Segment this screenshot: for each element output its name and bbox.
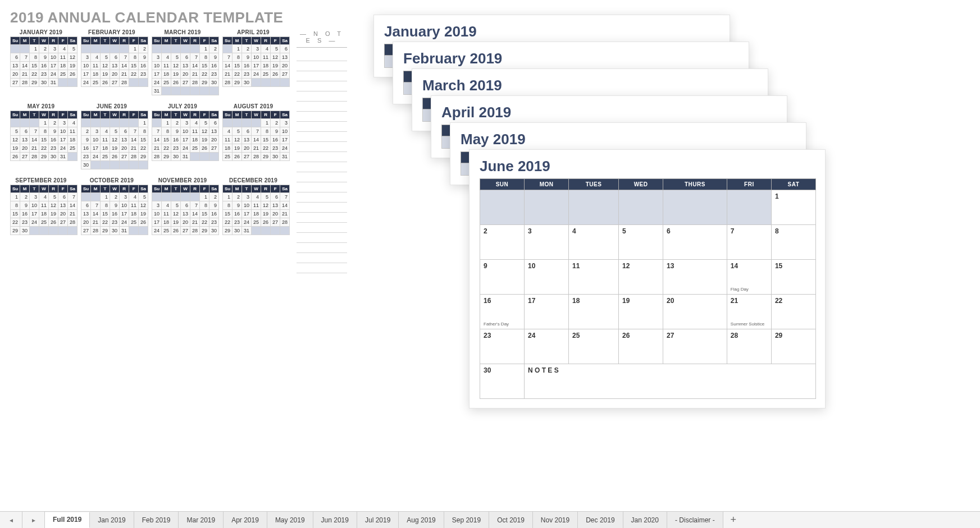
day-cell[interactable]: 7 — [727, 225, 771, 260]
sheet-tab[interactable]: Aug 2019 — [399, 512, 444, 528]
day-cell[interactable]: 22 — [771, 295, 815, 329]
day-cell[interactable] — [619, 190, 663, 225]
sheet-tab[interactable]: Full 2019 — [45, 512, 90, 528]
month-sheet-title: May 2019 — [461, 131, 797, 148]
day-cell[interactable]: 29 — [771, 329, 815, 364]
mini-day-cell: 28 — [190, 79, 200, 87]
notes-line[interactable] — [297, 172, 347, 182]
sheet-tab[interactable]: Nov 2019 — [533, 512, 578, 528]
sheet-tab[interactable]: Jun 2019 — [313, 512, 357, 528]
day-cell[interactable]: 18 — [569, 295, 619, 329]
day-cell[interactable]: 19 — [619, 295, 663, 329]
day-cell[interactable]: 11 — [569, 260, 619, 295]
mini-day-header: M — [20, 185, 30, 193]
notes-line[interactable] — [297, 192, 347, 203]
day-cell[interactable]: 26 — [619, 329, 663, 364]
mini-day-cell: 14 — [91, 210, 101, 218]
day-cell[interactable]: 3 — [525, 225, 569, 260]
mini-day-cell: 10 — [280, 127, 290, 136]
day-cell[interactable]: 8 — [771, 225, 815, 260]
notes-line[interactable] — [297, 81, 347, 91]
day-cell[interactable]: 21Summer Solstice — [727, 295, 771, 329]
mini-day-cell: 18 — [162, 218, 171, 227]
day-cell[interactable]: 25 — [569, 329, 619, 364]
notes-line[interactable] — [297, 122, 347, 132]
day-cell[interactable] — [663, 190, 727, 225]
notes-line[interactable] — [297, 203, 347, 213]
mini-day-cell: 14 — [190, 210, 200, 218]
day-cell[interactable]: 13 — [663, 260, 727, 295]
mini-day-cell: 8 — [39, 127, 49, 136]
day-cell[interactable] — [480, 190, 525, 225]
day-cell[interactable] — [525, 190, 569, 225]
notes-line[interactable] — [297, 253, 347, 263]
notes-line[interactable] — [297, 91, 347, 102]
mini-day-cell: 4 — [58, 45, 68, 53]
mini-day-cell: 15 — [200, 210, 209, 218]
notes-line[interactable] — [297, 61, 347, 71]
notes-line[interactable] — [297, 102, 347, 112]
mini-day-cell: 9 — [139, 53, 148, 62]
mini-day-cell: 18 — [91, 70, 101, 79]
sheet-tab[interactable]: Jan 2020 — [623, 512, 667, 528]
day-cell[interactable]: 20 — [663, 295, 727, 329]
day-cell[interactable]: 27 — [663, 329, 727, 364]
day-cell[interactable]: 30 — [480, 364, 525, 399]
notes-line[interactable] — [297, 263, 347, 273]
day-cell[interactable]: 28 — [727, 329, 771, 364]
notes-line[interactable] — [297, 112, 347, 122]
notes-line[interactable] — [297, 223, 347, 233]
mini-day-cell: 15 — [200, 62, 209, 70]
mini-day-header: Sa — [280, 111, 290, 119]
notes-line[interactable] — [297, 233, 347, 243]
notes-line[interactable] — [297, 132, 347, 142]
sheet-tab[interactable]: Apr 2019 — [224, 512, 267, 528]
day-cell[interactable]: 4 — [569, 225, 619, 260]
notes-line[interactable] — [297, 71, 347, 81]
day-cell[interactable]: 16Father's Day — [480, 295, 525, 329]
notes-line[interactable] — [297, 213, 347, 223]
mini-month: APRIL 2019SuMTWRFSa123456789101112131415… — [222, 29, 284, 95]
sheet-tab[interactable]: - Disclaimer - — [667, 512, 723, 528]
mini-day-cell: 6 — [209, 119, 219, 127]
sheet-tab[interactable]: Dec 2019 — [578, 512, 623, 528]
month-sheet-title: March 2019 — [422, 77, 759, 94]
day-cell[interactable]: 9 — [480, 260, 525, 295]
day-cell[interactable]: 23 — [480, 329, 525, 364]
notes-line[interactable] — [297, 243, 347, 253]
notes-line[interactable] — [297, 162, 347, 172]
sheet-tab[interactable]: May 2019 — [267, 512, 313, 528]
sheet-tab[interactable]: Feb 2019 — [134, 512, 179, 528]
sheet-tab[interactable]: Oct 2019 — [489, 512, 533, 528]
mini-day-cell: 24 — [152, 227, 162, 235]
notes-line[interactable] — [297, 51, 347, 61]
day-cell[interactable]: 12 — [619, 260, 663, 295]
day-cell[interactable] — [569, 190, 619, 225]
sheet-tab[interactable]: Sep 2019 — [444, 512, 489, 528]
tab-scroll-left-icon[interactable]: ◂ — [0, 512, 22, 528]
notes-line[interactable] — [297, 142, 347, 152]
day-cell[interactable]: 17 — [525, 295, 569, 329]
day-cell[interactable]: 1 — [771, 190, 815, 225]
day-cell[interactable] — [727, 190, 771, 225]
add-sheet-button[interactable]: + — [723, 512, 744, 528]
notes-line[interactable] — [297, 182, 347, 192]
day-cell[interactable]: 10 — [525, 260, 569, 295]
mini-day-header: T — [30, 111, 39, 119]
day-cell[interactable]: 14Flag Day — [727, 260, 771, 295]
day-cell[interactable]: 6 — [663, 225, 727, 260]
day-cell[interactable]: 15 — [771, 260, 815, 295]
mini-day-cell: 23 — [110, 218, 120, 227]
month-notes[interactable]: N O T E S — [525, 364, 816, 399]
tab-scroll-right-icon[interactable]: ▸ — [22, 512, 45, 528]
mini-day-cell — [110, 119, 120, 127]
sheet-tab[interactable]: Jan 2019 — [90, 512, 134, 528]
notes-line[interactable] — [297, 152, 347, 162]
day-cell[interactable]: 24 — [525, 329, 569, 364]
sheet-tab[interactable]: Mar 2019 — [179, 512, 224, 528]
mini-month: NOVEMBER 2019SuMTWRFSa123456789101112131… — [152, 177, 213, 235]
day-cell[interactable]: 2 — [480, 225, 525, 260]
sheet-tab[interactable]: Jul 2019 — [357, 512, 399, 528]
day-cell[interactable]: 5 — [619, 225, 663, 260]
mini-day-cell: 16 — [139, 62, 148, 70]
